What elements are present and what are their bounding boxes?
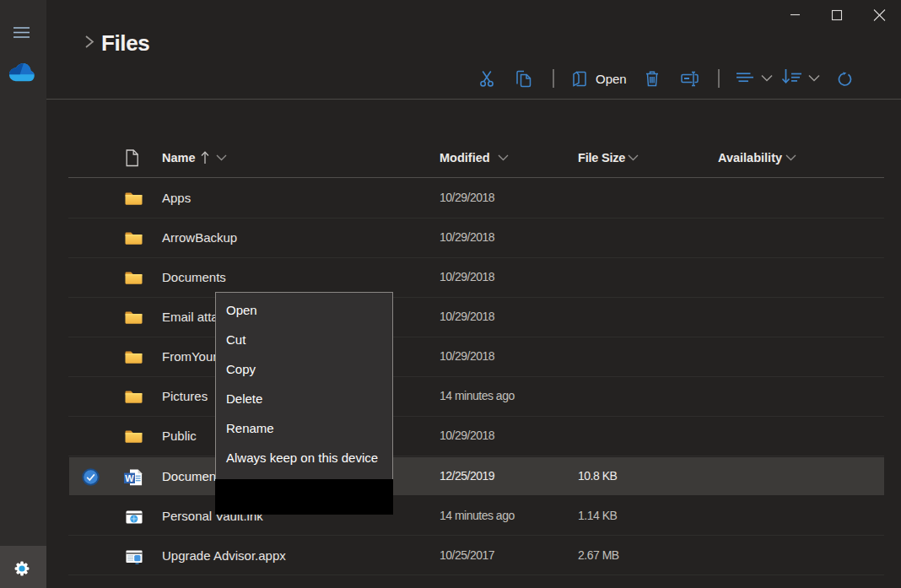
svg-text:W: W [125, 473, 134, 483]
